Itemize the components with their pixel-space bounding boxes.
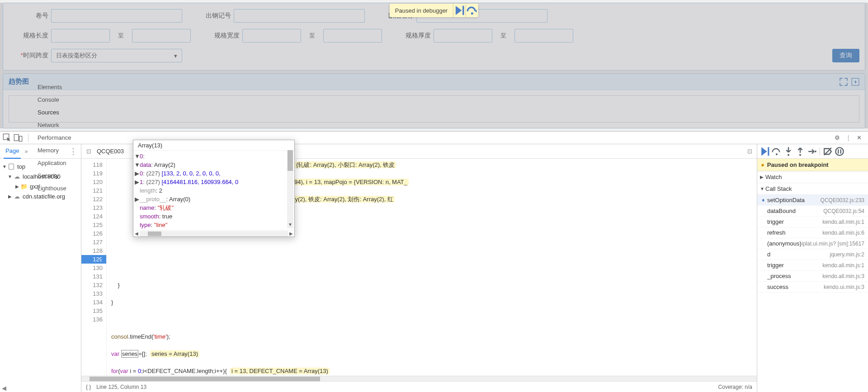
- input-cd-to[interactable]: [132, 29, 191, 43]
- label-juanhao: 卷号: [9, 12, 51, 20]
- devtools-tab-network[interactable]: Network: [32, 119, 76, 132]
- chart-title: 趋势图: [9, 77, 836, 86]
- svg-point-2: [471, 12, 473, 14]
- label-guige-hd: 规格厚度: [391, 32, 434, 40]
- query-button[interactable]: 查询: [832, 49, 859, 62]
- expand-icon[interactable]: [840, 78, 848, 86]
- input-juanhao[interactable]: [51, 9, 182, 23]
- resume-button[interactable]: [453, 4, 466, 17]
- input-chugang[interactable]: [234, 9, 365, 23]
- label-chugang: 出钢记号: [191, 12, 234, 20]
- input-kd-to[interactable]: [323, 29, 382, 43]
- chevron-down-icon: ▾: [174, 52, 177, 59]
- label-guige-cd: 规格长度: [9, 32, 51, 40]
- paused-in-debugger-bar: Paused in debugger: [390, 4, 478, 17]
- svg-rect-1: [462, 6, 464, 15]
- select-shijian[interactable]: 日表按毫秒区分▾: [51, 49, 182, 62]
- expand-left-icon[interactable]: [851, 78, 859, 86]
- devtools-tab-sources[interactable]: Sources: [32, 106, 76, 119]
- label-guige-kd: 规格宽度: [200, 32, 242, 40]
- input-hd-to[interactable]: [514, 29, 573, 43]
- devtools-tab-elements[interactable]: Elements: [32, 81, 76, 94]
- input-cd-from[interactable]: [51, 29, 110, 43]
- chart-body: [9, 95, 859, 123]
- input-kd-from[interactable]: [242, 29, 301, 43]
- label-shijian: *时间跨度: [9, 52, 51, 60]
- input-hd-from[interactable]: [434, 29, 492, 43]
- step-over-button[interactable]: [466, 4, 478, 17]
- devtools-tab-console[interactable]: Console: [32, 94, 76, 106]
